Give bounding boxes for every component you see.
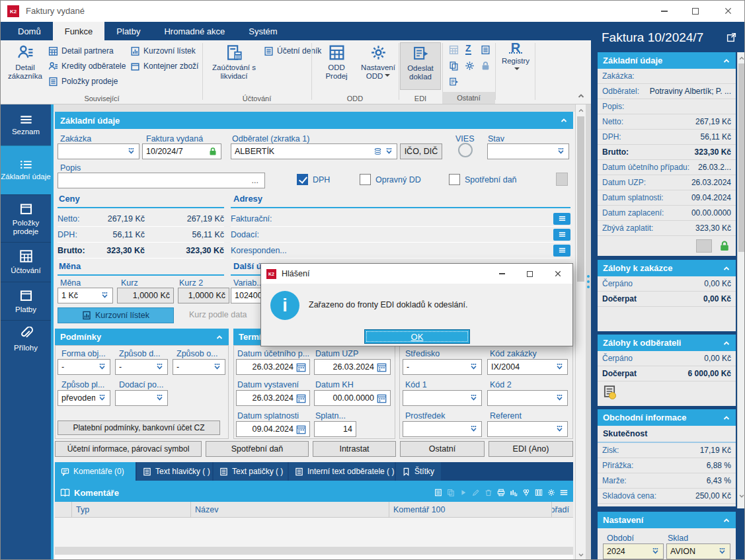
dropdown-icon[interactable]	[385, 147, 393, 155]
column-nazev[interactable]: Název	[191, 502, 389, 517]
row-selector-column[interactable]	[55, 502, 72, 517]
collapse-icon[interactable]	[723, 516, 730, 524]
column-poradi[interactable]: Pořadí	[552, 502, 573, 517]
column-komentar[interactable]: Komentář 100	[389, 502, 552, 517]
edit-icon[interactable]	[472, 489, 480, 497]
splitter[interactable]	[586, 104, 591, 560]
platebni-podminky-button[interactable]: Platební podmínky, bankovní účet CZ	[58, 420, 220, 435]
tab-system[interactable]: Systém	[237, 22, 289, 40]
dropdown-icon[interactable]	[555, 394, 564, 402]
dropdown-icon[interactable]	[651, 547, 660, 555]
faktura-field[interactable]: 10/2024/7	[142, 143, 221, 159]
dropdown-icon[interactable]	[469, 394, 478, 402]
lock-circle-icon[interactable]	[481, 61, 490, 71]
dialog-minimize-button[interactable]	[488, 264, 516, 284]
main-scrollbar[interactable]	[575, 104, 586, 560]
datum-uzp-field[interactable]: 26.03.2024	[314, 359, 391, 375]
sidebar-item-seznam[interactable]: Seznam	[1, 106, 51, 144]
sidebar-item-uctovani[interactable]: Účtování	[1, 242, 51, 282]
delete-icon[interactable]	[485, 489, 492, 497]
kurzovni-listek-button[interactable]: Kurzovní lístek	[130, 44, 196, 58]
dialog-close-button[interactable]	[543, 264, 572, 284]
scroll-up-icon[interactable]	[578, 107, 584, 114]
dropdown-icon[interactable]	[469, 363, 478, 371]
panel-scrollbar[interactable]	[737, 52, 745, 508]
ucetni-denik-button[interactable]: Účetní deník	[264, 44, 321, 58]
scroll-up-icon[interactable]	[738, 55, 745, 61]
odeslat-doklad-button[interactable]: Odeslat doklad	[400, 42, 441, 90]
tab-domu[interactable]: Domů	[6, 22, 53, 40]
dropdown-icon[interactable]	[98, 394, 106, 402]
column-typ[interactable]: Typ	[72, 502, 191, 517]
collapse-icon[interactable]	[560, 116, 568, 124]
calendar-icon[interactable]	[377, 362, 387, 372]
dph-checkbox[interactable]	[297, 174, 308, 185]
detail-zakaznika-button[interactable]: Detail zákazníka	[6, 42, 44, 90]
scroll-down-icon[interactable]	[578, 551, 584, 558]
dropdown-icon[interactable]	[100, 292, 109, 300]
kod1-combo[interactable]	[403, 390, 482, 406]
columns-icon[interactable]	[535, 489, 543, 497]
scrollbar-thumb[interactable]	[738, 63, 745, 252]
zakazka-combo[interactable]	[58, 143, 139, 159]
registry-button[interactable]: R Registry	[498, 42, 533, 90]
ribbon-collapse-icon[interactable]	[577, 92, 585, 100]
stack-icon[interactable]	[373, 147, 382, 156]
prostredek-combo[interactable]	[403, 421, 482, 437]
calendar-icon[interactable]	[296, 393, 306, 403]
forma-obj-combo[interactable]: -	[58, 359, 110, 375]
grid-settings-icon[interactable]	[547, 489, 555, 497]
dropdown-icon[interactable]	[555, 363, 564, 371]
detail-partnera-button[interactable]: Detail partnera	[48, 44, 114, 58]
stav-combo[interactable]	[487, 143, 569, 159]
obdobi-combo[interactable]: 2024	[603, 543, 664, 559]
address-menu-button[interactable]	[553, 229, 570, 241]
play-icon[interactable]	[459, 489, 467, 497]
ucetni-informace-button[interactable]: Účetní informace, párovací symbol	[55, 441, 202, 457]
open-external-icon[interactable]	[726, 32, 736, 42]
intrastat-button[interactable]: Intrastat	[313, 441, 396, 457]
close-button[interactable]	[711, 1, 745, 21]
more-button[interactable]: ...	[249, 176, 261, 185]
calendar-icon[interactable]	[296, 362, 306, 372]
horizontal-scrollbar[interactable]	[55, 547, 573, 555]
dropdown-icon[interactable]	[557, 147, 565, 155]
doc-cancel-icon[interactable]	[481, 45, 490, 55]
scrollbar-thumb[interactable]	[577, 116, 584, 282]
minimize-button[interactable]	[648, 1, 680, 21]
maximize-button[interactable]	[680, 1, 711, 21]
new-record-icon[interactable]	[434, 489, 442, 497]
odberatel-combo[interactable]: ALBERTÍK	[231, 143, 397, 159]
kurzovni-listek-button[interactable]: Kurzovní lístek	[58, 307, 174, 323]
ostatni-button[interactable]: Ostatní	[400, 441, 485, 457]
kurz-field[interactable]: 1,0000 Kč	[117, 288, 174, 303]
print-icon[interactable]	[497, 489, 505, 497]
tab-stitky[interactable]: Štítky	[396, 462, 441, 481]
ico-dic-button[interactable]: IČO, DIČ	[400, 143, 442, 159]
address-menu-button[interactable]	[553, 245, 570, 257]
group-label-ostatni[interactable]: Ostatní	[442, 92, 495, 104]
kurz2-field[interactable]: 1,0000 Kč	[178, 288, 229, 303]
opravny-dd-checkbox[interactable]	[360, 174, 371, 185]
dropdown-icon[interactable]	[555, 425, 564, 433]
tab-text-paticky[interactable]: Text patičky ( )	[214, 462, 288, 481]
zpusob-o-combo[interactable]: -	[173, 359, 225, 375]
kod2-combo[interactable]	[487, 390, 568, 406]
calendar-icon[interactable]	[296, 424, 306, 434]
dropdown-icon[interactable]	[213, 363, 221, 371]
filter-icon[interactable]	[522, 489, 530, 497]
dropdown-icon[interactable]	[155, 394, 164, 402]
datum-ucetniho-field[interactable]: 26.03.2024	[236, 359, 310, 375]
sidebar-item-polozky-prodeje[interactable]: Položky prodeje	[1, 194, 51, 242]
tab-komentare[interactable]: Komentáře (0)	[55, 462, 136, 481]
doc-transfer-icon[interactable]	[449, 77, 459, 87]
ok-button[interactable]: OK	[364, 329, 470, 344]
spotrebni-dan-button[interactable]: Spotřební daň	[206, 441, 309, 457]
datum-kh-field[interactable]: 00.00.0000	[314, 390, 391, 406]
sklad-combo[interactable]: AVION	[666, 543, 730, 559]
copy-icon[interactable]	[447, 489, 455, 497]
collapse-icon[interactable]	[723, 414, 730, 422]
nastaveni-odd-button[interactable]: Nastavení ODD	[358, 42, 399, 90]
splatnost-field[interactable]: 14	[314, 421, 356, 437]
spotrebni-dan-label[interactable]: Spotřební daň	[465, 175, 517, 184]
